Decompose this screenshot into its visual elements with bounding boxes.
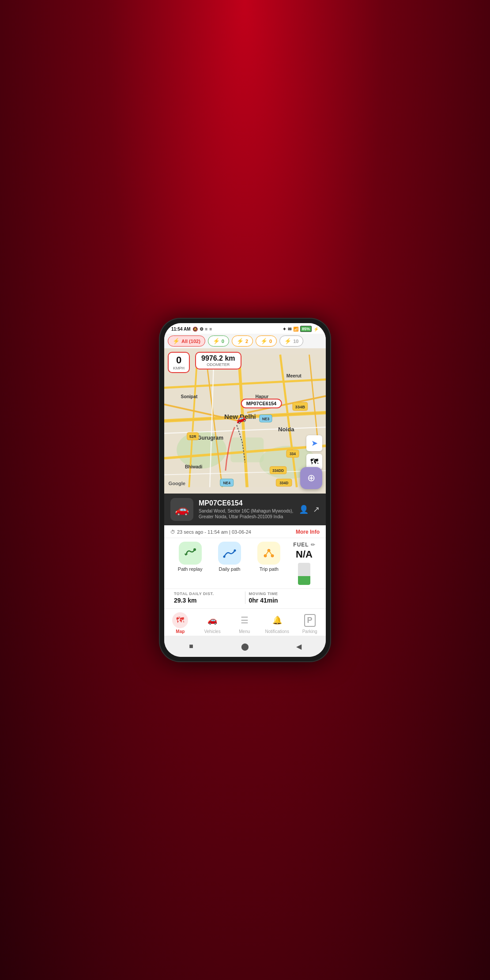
moving-time-value: 0hr 41min bbox=[249, 597, 317, 604]
svg-text:334D: 334D bbox=[279, 481, 288, 485]
nav-item-vehicles[interactable]: 🚗 Vehicles bbox=[201, 612, 224, 634]
odometer-display: 9976.2 km ODOMETER bbox=[195, 352, 241, 369]
charging-icon: ⚡ bbox=[313, 327, 319, 332]
svg-text:Google: Google bbox=[168, 481, 185, 486]
message-icon: ✉ bbox=[288, 327, 291, 332]
timestamp-row: ⏱ 23 secs ago - 11:54 am | 03-06-24 More… bbox=[164, 525, 326, 538]
moving-time-label: MOVING TIME bbox=[249, 592, 317, 596]
vehicle-plate: MP07CE6154 bbox=[199, 499, 294, 507]
nav-item-menu[interactable]: ☰ Menu bbox=[233, 612, 256, 634]
speed-display: 0 KMPH bbox=[168, 352, 190, 373]
daily-path-button[interactable] bbox=[218, 542, 241, 565]
svg-line-48 bbox=[269, 550, 272, 556]
vehicle-info: MP07CE6154 Sandal Wood, Sector 16C (Maha… bbox=[199, 499, 294, 520]
layers-icon: ⊕ bbox=[307, 472, 315, 484]
clock-icon: ⏱ bbox=[170, 529, 175, 535]
status-left: 11:54 AM 🔕 ⚙ ≡ ≡ bbox=[171, 327, 212, 332]
nav-label-vehicles: Vehicles bbox=[204, 629, 220, 634]
svg-text:Meerut: Meerut bbox=[286, 373, 302, 378]
bottom-nav: 🗺 Map 🚗 Vehicles ☰ Menu 🔔 bbox=[164, 608, 326, 636]
daily-path-label: Daily path bbox=[219, 566, 241, 572]
timestamp-value: 23 secs ago - 11:54 am | 03-06-24 bbox=[177, 529, 251, 535]
svg-line-47 bbox=[265, 550, 269, 556]
alert-tab-orange[interactable]: ⚡ 2 bbox=[232, 335, 253, 347]
sys-circle-button[interactable]: ⬤ bbox=[238, 639, 252, 653]
map-vehicle-label: MP07CE6154 bbox=[241, 399, 282, 408]
phone-screen: 11:54 AM 🔕 ⚙ ≡ ≡ ✦ ✉ 📶 85% ⚡ ⚡ All (102) bbox=[164, 323, 326, 657]
vehicle-address: Sandal Wood, Sector 16C (Mahagun Mywoods… bbox=[199, 508, 294, 520]
alert-tab-all[interactable]: ⚡ All (102) bbox=[168, 335, 205, 347]
svg-text:Noida: Noida bbox=[278, 426, 294, 433]
alert-icon-all: ⚡ bbox=[173, 338, 180, 344]
svg-text:NE3: NE3 bbox=[262, 417, 270, 421]
parking-nav-icon: P bbox=[304, 614, 316, 627]
more-info-button[interactable]: More Info bbox=[296, 529, 320, 535]
total-daily-dist-stat: TOTAL DAILY DIST. 29.3 km bbox=[170, 592, 245, 604]
alert-tab-gray-label: 10 bbox=[293, 339, 298, 344]
nav-icon-parking: P bbox=[302, 612, 318, 628]
sys-back-button[interactable]: ◀ bbox=[292, 639, 306, 653]
path-replay-group: Path replay bbox=[170, 542, 210, 572]
path-replay-button[interactable] bbox=[179, 542, 202, 565]
navigate-icon: ➤ bbox=[311, 438, 318, 448]
alert-icon-orange2: ⚡ bbox=[260, 338, 268, 344]
svg-text:334: 334 bbox=[290, 452, 296, 456]
path-and-fuel-row: Path replay Daily path bbox=[164, 538, 326, 588]
nav-icon-notifications: 🔔 bbox=[269, 612, 285, 628]
alert-tab-orange-label: 2 bbox=[245, 339, 248, 344]
nav-icon-map: 🗺 bbox=[172, 612, 188, 628]
vehicle-card-actions: 👤 ↗ bbox=[299, 505, 320, 514]
nav-item-parking[interactable]: P Parking bbox=[298, 612, 321, 634]
trip-path-group: Trip path bbox=[249, 542, 289, 572]
fuel-edit-button[interactable]: ✏ bbox=[311, 542, 315, 548]
fuel-label: FUEL bbox=[293, 542, 309, 548]
path-buttons: Path replay Daily path bbox=[170, 542, 289, 572]
mute-icon: 🔕 bbox=[192, 327, 198, 332]
nav-item-map[interactable]: 🗺 Map bbox=[169, 612, 192, 634]
alert-tab-orange2[interactable]: ⚡ 0 bbox=[256, 335, 277, 347]
sys-back-icon: ◀ bbox=[296, 642, 302, 651]
phone-frame: 11:54 AM 🔕 ⚙ ≡ ≡ ✦ ✉ 📶 85% ⚡ ⚡ All (102) bbox=[159, 318, 331, 662]
vehicle-card: 🚗 MP07CE6154 Sandal Wood, Sector 16C (Ma… bbox=[164, 494, 326, 525]
svg-text:Bhiwadi: Bhiwadi bbox=[185, 464, 203, 469]
share-button[interactable]: ↗ bbox=[313, 505, 320, 514]
status-bar: 11:54 AM 🔕 ⚙ ≡ ≡ ✦ ✉ 📶 85% ⚡ bbox=[164, 323, 326, 334]
nav-item-notifications[interactable]: 🔔 Notifications bbox=[265, 612, 289, 634]
info-panel: ⏱ 23 secs ago - 11:54 am | 03-06-24 More… bbox=[164, 525, 326, 608]
navigate-button[interactable]: ➤ bbox=[306, 435, 322, 451]
alert-tab-green[interactable]: ⚡ 0 bbox=[208, 335, 229, 347]
signal2-icon: ≡ bbox=[209, 327, 212, 332]
settings-icon: ⚙ bbox=[200, 327, 204, 332]
daily-path-icon bbox=[222, 546, 237, 560]
sys-square-button[interactable]: ■ bbox=[184, 639, 198, 653]
nav-label-map: Map bbox=[176, 629, 185, 634]
bluetooth-icon: ✦ bbox=[283, 327, 286, 332]
trip-path-label: Trip path bbox=[260, 566, 279, 572]
person-button[interactable]: 👤 bbox=[299, 505, 309, 514]
googlemaps-icon: 🗺 bbox=[310, 457, 318, 467]
map-area[interactable]: Sonipat Meerut Hapur New Delhi Noida Gur… bbox=[164, 348, 326, 494]
svg-text:334B: 334B bbox=[295, 405, 305, 409]
battery-indicator: 85% bbox=[300, 326, 312, 332]
layers-button[interactable]: ⊕ bbox=[300, 467, 322, 489]
svg-text:NE4: NE4 bbox=[223, 481, 230, 485]
alert-tab-green-label: 0 bbox=[222, 339, 224, 344]
fuel-gauge-fill bbox=[298, 576, 310, 585]
alert-tabs-bar: ⚡ All (102) ⚡ 0 ⚡ 2 ⚡ 0 ⚡ 10 bbox=[164, 334, 326, 348]
alert-tab-gray[interactable]: ⚡ 10 bbox=[279, 335, 303, 347]
sys-circle-icon: ⬤ bbox=[241, 642, 249, 651]
odometer-value: 9976.2 km bbox=[201, 354, 235, 362]
daily-path-group: Daily path bbox=[210, 542, 249, 572]
nav-label-notifications: Notifications bbox=[265, 629, 289, 634]
speed-unit: KMPH bbox=[173, 366, 185, 370]
svg-text:Sonipat: Sonipat bbox=[181, 394, 198, 399]
trip-path-button[interactable] bbox=[257, 542, 280, 565]
path-replay-label: Path replay bbox=[178, 566, 203, 572]
fuel-section: FUEL ✏ N/A bbox=[289, 542, 320, 585]
trip-path-icon bbox=[262, 546, 276, 560]
total-daily-dist-value: 29.3 km bbox=[174, 597, 241, 604]
moving-time-stat: MOVING TIME 0hr 41min bbox=[245, 592, 320, 604]
svg-point-42 bbox=[223, 556, 225, 558]
alert-icon-gray: ⚡ bbox=[284, 338, 291, 344]
fuel-value: N/A bbox=[296, 549, 313, 560]
